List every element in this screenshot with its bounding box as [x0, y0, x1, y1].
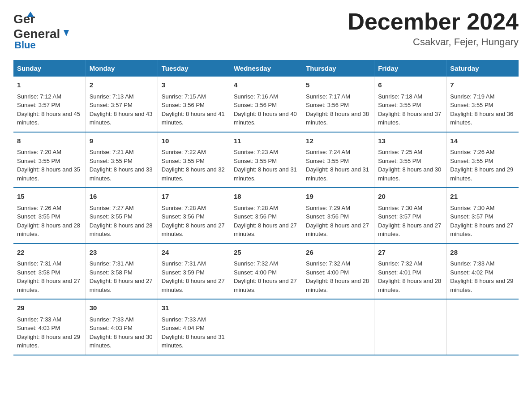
- table-row: 30 Sunrise: 7:33 AM Sunset: 4:03 PM Dayl…: [86, 299, 158, 355]
- sunset-label: Sunset: 4:00 PM: [234, 269, 277, 276]
- day-number: 6: [378, 80, 442, 90]
- sunset-label: Sunset: 3:55 PM: [306, 158, 349, 164]
- day-number: 3: [162, 80, 226, 90]
- calendar-table: Sunday Monday Tuesday Wednesday Thursday…: [13, 60, 519, 355]
- day-number: 1: [17, 80, 82, 90]
- header-friday: Friday: [374, 60, 446, 77]
- sunset-label: Sunset: 3:57 PM: [378, 213, 421, 220]
- day-number: 17: [162, 192, 226, 202]
- daylight-label: Daylight: 8 hours and 27 minutes.: [90, 278, 153, 293]
- sunset-label: Sunset: 4:01 PM: [378, 269, 421, 276]
- logo: General General Blue: [13, 9, 69, 51]
- day-number: 7: [450, 80, 515, 90]
- table-row: 13 Sunrise: 7:25 AM Sunset: 3:55 PM Dayl…: [374, 132, 446, 188]
- day-number: 5: [306, 80, 370, 90]
- daylight-label: Daylight: 8 hours and 40 minutes.: [234, 111, 297, 126]
- table-row: 2 Sunrise: 7:13 AM Sunset: 3:57 PM Dayli…: [86, 77, 158, 132]
- table-row: 24 Sunrise: 7:31 AM Sunset: 3:59 PM Dayl…: [158, 244, 230, 300]
- daylight-label: Daylight: 8 hours and 41 minutes.: [162, 111, 225, 126]
- daylight-label: Daylight: 8 hours and 27 minutes.: [162, 278, 225, 293]
- day-number: 24: [162, 248, 226, 258]
- daylight-label: Daylight: 8 hours and 31 minutes.: [162, 334, 225, 349]
- sunset-label: Sunset: 3:55 PM: [17, 213, 60, 220]
- daylight-label: Daylight: 8 hours and 27 minutes.: [306, 222, 369, 238]
- table-row: 26 Sunrise: 7:32 AM Sunset: 4:00 PM Dayl…: [302, 244, 374, 300]
- table-row: 16 Sunrise: 7:27 AM Sunset: 3:55 PM Dayl…: [86, 188, 158, 244]
- daylight-label: Daylight: 8 hours and 33 minutes.: [90, 166, 153, 182]
- logo-blue-text: Blue: [14, 39, 36, 51]
- table-row: [374, 299, 446, 355]
- sunset-label: Sunset: 3:56 PM: [306, 102, 349, 108]
- sunrise-label: Sunrise: 7:28 AM: [162, 205, 206, 211]
- daylight-label: Daylight: 8 hours and 27 minutes.: [17, 278, 80, 293]
- sunrise-label: Sunrise: 7:17 AM: [306, 93, 350, 100]
- sunset-label: Sunset: 4:03 PM: [90, 325, 133, 331]
- day-number: 12: [306, 136, 370, 146]
- sunset-label: Sunset: 4:00 PM: [306, 269, 349, 276]
- daylight-label: Daylight: 8 hours and 29 minutes.: [450, 166, 513, 182]
- day-number: 22: [17, 248, 82, 258]
- sunset-label: Sunset: 3:55 PM: [162, 158, 205, 164]
- sunrise-label: Sunrise: 7:31 AM: [90, 260, 134, 267]
- sunset-label: Sunset: 3:57 PM: [450, 213, 493, 220]
- sunset-label: Sunset: 3:55 PM: [378, 102, 421, 108]
- calendar-week-row: 1 Sunrise: 7:12 AM Sunset: 3:57 PM Dayli…: [13, 77, 519, 132]
- sunset-label: Sunset: 4:02 PM: [450, 269, 493, 276]
- day-number: 2: [90, 80, 154, 90]
- table-row: 1 Sunrise: 7:12 AM Sunset: 3:57 PM Dayli…: [13, 77, 86, 132]
- table-row: 4 Sunrise: 7:16 AM Sunset: 3:56 PM Dayli…: [230, 77, 302, 132]
- sunrise-label: Sunrise: 7:22 AM: [162, 149, 206, 155]
- table-row: 3 Sunrise: 7:15 AM Sunset: 3:56 PM Dayli…: [158, 77, 230, 132]
- table-row: 6 Sunrise: 7:18 AM Sunset: 3:55 PM Dayli…: [374, 77, 446, 132]
- daylight-label: Daylight: 8 hours and 27 minutes.: [378, 222, 441, 238]
- sunrise-label: Sunrise: 7:12 AM: [17, 93, 61, 100]
- table-row: [302, 299, 374, 355]
- daylight-label: Daylight: 8 hours and 35 minutes.: [17, 166, 80, 182]
- table-row: 22 Sunrise: 7:31 AM Sunset: 3:58 PM Dayl…: [13, 244, 86, 300]
- sunrise-label: Sunrise: 7:19 AM: [450, 93, 494, 100]
- sunrise-label: Sunrise: 7:33 AM: [17, 316, 61, 323]
- daylight-label: Daylight: 8 hours and 43 minutes.: [90, 111, 153, 126]
- sunset-label: Sunset: 3:55 PM: [450, 102, 493, 108]
- sunrise-label: Sunrise: 7:23 AM: [234, 149, 278, 155]
- sunset-label: Sunset: 3:56 PM: [162, 213, 205, 220]
- header-wednesday: Wednesday: [230, 60, 302, 77]
- table-row: 21 Sunrise: 7:30 AM Sunset: 3:57 PM Dayl…: [446, 188, 519, 244]
- sunrise-label: Sunrise: 7:28 AM: [234, 205, 278, 211]
- daylight-label: Daylight: 8 hours and 31 minutes.: [306, 166, 369, 182]
- table-row: 20 Sunrise: 7:30 AM Sunset: 3:57 PM Dayl…: [374, 188, 446, 244]
- sunrise-label: Sunrise: 7:18 AM: [378, 93, 422, 100]
- month-title: December 2024: [348, 9, 519, 34]
- sunset-label: Sunset: 3:56 PM: [234, 213, 277, 220]
- day-number: 20: [378, 192, 442, 202]
- sunset-label: Sunset: 3:58 PM: [90, 269, 133, 276]
- sunrise-label: Sunrise: 7:32 AM: [306, 260, 350, 267]
- header-saturday: Saturday: [446, 60, 519, 77]
- daylight-label: Daylight: 8 hours and 31 minutes.: [234, 166, 297, 182]
- day-number: 4: [234, 80, 298, 90]
- sunset-label: Sunset: 3:55 PM: [17, 158, 60, 164]
- day-number: 31: [162, 303, 226, 313]
- calendar-week-row: 22 Sunrise: 7:31 AM Sunset: 3:58 PM Dayl…: [13, 244, 519, 300]
- sunset-label: Sunset: 4:03 PM: [17, 325, 60, 331]
- sunset-label: Sunset: 3:57 PM: [17, 102, 60, 108]
- table-row: 18 Sunrise: 7:28 AM Sunset: 3:56 PM Dayl…: [230, 188, 302, 244]
- table-row: 17 Sunrise: 7:28 AM Sunset: 3:56 PM Dayl…: [158, 188, 230, 244]
- day-number: 25: [234, 248, 298, 258]
- sunset-label: Sunset: 4:04 PM: [162, 325, 205, 331]
- daylight-label: Daylight: 8 hours and 29 minutes.: [17, 334, 80, 349]
- sunrise-label: Sunrise: 7:33 AM: [90, 316, 134, 323]
- sunset-label: Sunset: 3:55 PM: [450, 158, 493, 164]
- day-number: 30: [90, 303, 154, 313]
- daylight-label: Daylight: 8 hours and 32 minutes.: [162, 166, 225, 182]
- day-number: 21: [450, 192, 515, 202]
- daylight-label: Daylight: 8 hours and 28 minutes.: [17, 222, 80, 238]
- calendar-week-row: 15 Sunrise: 7:26 AM Sunset: 3:55 PM Dayl…: [13, 188, 519, 244]
- sunrise-label: Sunrise: 7:30 AM: [450, 205, 494, 211]
- table-row: 7 Sunrise: 7:19 AM Sunset: 3:55 PM Dayli…: [446, 77, 519, 132]
- table-row: 29 Sunrise: 7:33 AM Sunset: 4:03 PM Dayl…: [13, 299, 86, 355]
- sunset-label: Sunset: 3:55 PM: [90, 213, 133, 220]
- table-row: 8 Sunrise: 7:20 AM Sunset: 3:55 PM Dayli…: [13, 132, 86, 188]
- daylight-label: Daylight: 8 hours and 27 minutes.: [234, 278, 297, 293]
- calendar-week-row: 29 Sunrise: 7:33 AM Sunset: 4:03 PM Dayl…: [13, 299, 519, 355]
